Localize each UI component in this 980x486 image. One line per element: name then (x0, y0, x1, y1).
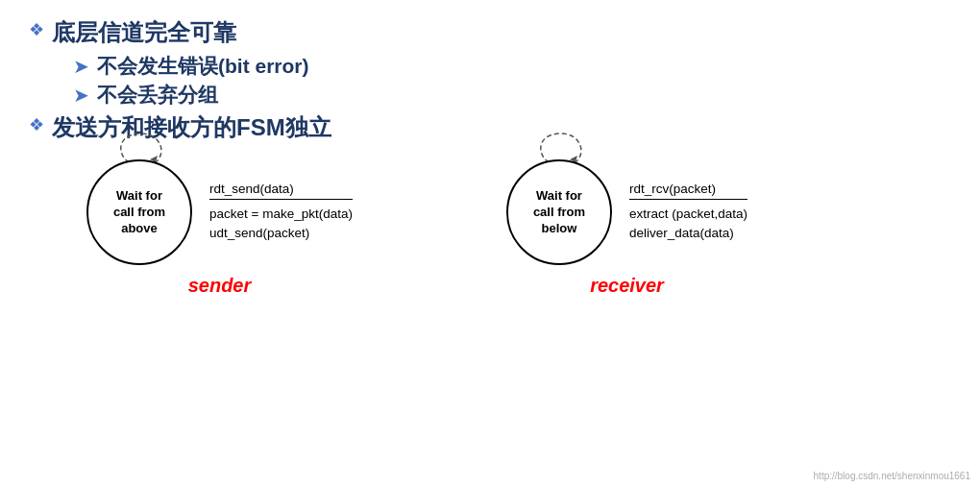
receiver-fsm-circle: Wait for call from below (506, 159, 612, 265)
sender-circle-text: Wait for call from above (113, 188, 165, 237)
receiver-label: receiver (590, 275, 664, 297)
sender-circle-container: Wait for call from above (86, 159, 192, 265)
sender-fsm-circle: Wait for call from above (86, 159, 192, 265)
diamond1-icon: ❖ (29, 19, 44, 40)
bullet1: ❖ 底层信道完全可靠 (29, 17, 951, 47)
receiver-transition-bottom: extract (packet,data) deliver_data(data) (629, 205, 747, 244)
receiver-diagram: Wait for call from below rdt_rcv(packet)… (506, 159, 747, 265)
watermark: http://blog.csdn.net/shenxinmou1661 (814, 471, 970, 481)
receiver-transition-bottom-line1: extract (packet,data) (629, 205, 747, 224)
bullet2-text: 发送方和接收方的FSM独立 (52, 112, 331, 142)
sender-diagram: Wait for call from above rdt_send(data) … (86, 159, 353, 265)
sender-transition-top: rdt_send(data) (209, 182, 353, 200)
fsm-area: Wait for call from above rdt_send(data) … (29, 159, 951, 297)
sender-transition-bottom: packet = make_pkt(data) udt_send(packet) (209, 205, 353, 244)
sub-bullet-2: ➤ 不会丢弃分组 (73, 82, 951, 109)
sender-transition-area: rdt_send(data) packet = make_pkt(data) u… (209, 182, 353, 244)
arrow2-icon: ➤ (73, 84, 89, 107)
sub-bullet-1: ➤ 不会发生错误(bit error) (73, 53, 951, 80)
receiver-circle-container: Wait for call from below (506, 159, 612, 265)
sender-transition-bottom-line1: packet = make_pkt(data) (209, 205, 353, 224)
slide: ❖ 底层信道完全可靠 ➤ 不会发生错误(bit error) ➤ 不会丢弃分组 … (0, 0, 980, 486)
sub-bullets: ➤ 不会发生错误(bit error) ➤ 不会丢弃分组 (73, 53, 951, 109)
receiver-circle-text: Wait for call from below (533, 188, 585, 237)
sender-transition-bottom-line2: udt_send(packet) (209, 224, 353, 243)
receiver-transition-bottom-line2: deliver_data(data) (629, 224, 747, 243)
arrow1-icon: ➤ (73, 55, 89, 78)
receiver-side: Wait for call from below rdt_rcv(packet)… (506, 159, 747, 297)
sub-bullet-1-text: 不会发生错误(bit error) (97, 53, 309, 80)
sub-bullet-2-text: 不会丢弃分组 (97, 82, 218, 109)
bullet1-text: 底层信道完全可靠 (52, 17, 236, 47)
sender-label: sender (188, 275, 252, 297)
sender-side: Wait for call from above rdt_send(data) … (86, 159, 353, 297)
diamond2-icon: ❖ (29, 114, 44, 135)
receiver-transition-area: rdt_rcv(packet) extract (packet,data) de… (629, 182, 747, 244)
receiver-transition-top: rdt_rcv(packet) (629, 182, 747, 200)
